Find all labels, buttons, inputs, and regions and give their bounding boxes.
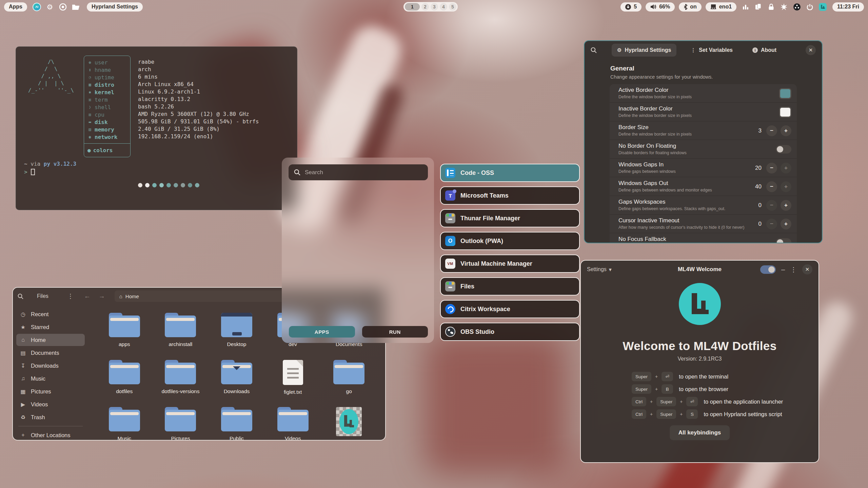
file-item-apps[interactable]: apps (96, 310, 153, 357)
file-item-go[interactable]: go (321, 357, 377, 404)
decrease-button[interactable]: − (766, 181, 777, 192)
network-name: eno1 (719, 4, 732, 10)
sidebar-item-videos[interactable]: ▶Videos (16, 398, 85, 410)
sidebar-item-home[interactable]: ⌂Home (16, 334, 85, 346)
increase-button[interactable]: + (781, 125, 791, 136)
workspace-3[interactable]: 3 (431, 3, 438, 11)
volume-indicator[interactable]: 66% (646, 2, 675, 12)
bluetooth-indicator[interactable]: on (679, 2, 702, 12)
power-icon[interactable] (806, 3, 814, 11)
launcher-tab-run[interactable]: RUN (362, 326, 428, 338)
burst-icon[interactable] (780, 3, 788, 11)
clock[interactable]: 11:23 Fri (832, 2, 864, 12)
workspace-4[interactable]: 4 (440, 3, 447, 11)
workspace-5[interactable]: 5 (449, 3, 456, 11)
tab-set-variables[interactable]: ⋮Set Variables (685, 44, 738, 57)
app-item-citrix-workspace[interactable]: Citrix Workspace (440, 300, 580, 318)
sidebar-item-other-locations[interactable]: +Other Locations (16, 429, 85, 441)
decrease-button[interactable]: − (766, 125, 777, 136)
file-item-figlet-txt[interactable]: figlet.txt (265, 357, 321, 404)
file-item-downloads[interactable]: Downloads (209, 357, 265, 404)
kebab-menu-icon[interactable]: ⋮ (790, 266, 797, 273)
uptime-icon: ◔ (87, 75, 92, 80)
ml4w-welcome-window[interactable]: Settings▾ ML4W Welcome – ⋮ ✕ Welcome to … (580, 260, 819, 463)
app-item-microsoft-teams[interactable]: TMicrosoft Teams (440, 186, 580, 205)
app-item-outlook-pwa-[interactable]: OOutlook (PWA) (440, 232, 580, 250)
apps-menu-button[interactable]: Apps (4, 2, 27, 12)
sidebar-item-trash[interactable]: ♻Trash (16, 411, 85, 423)
stats-icon[interactable] (741, 3, 749, 11)
hyprland-settings-window[interactable]: ⚙Hyprland Settings⋮Set VariablesiAbout ✕… (584, 40, 823, 243)
workspace-2[interactable]: 2 (421, 3, 429, 11)
pictures-icon: ▦ (20, 388, 26, 395)
app-item-code-oss[interactable]: Code - OSS (440, 164, 580, 182)
file-item-pictures[interactable]: Pictures (153, 404, 209, 441)
fetch-label-text: cpu (95, 111, 104, 118)
fetch-label-text: disk (95, 119, 108, 125)
file-item-videos[interactable]: Videos (265, 404, 321, 441)
minimize-icon[interactable]: – (781, 266, 785, 273)
launcher-search-input[interactable]: Search (289, 164, 428, 180)
browser-icon[interactable] (59, 3, 67, 11)
file-item-ml4w[interactable]: ml4w (321, 404, 377, 441)
decrease-button[interactable]: − (766, 219, 777, 229)
gear-icon[interactable]: ⚙ (46, 3, 54, 11)
file-item-dotfiles-versions[interactable]: dotfiles-versions (153, 357, 209, 404)
tab-about[interactable]: iAbout (747, 44, 782, 57)
fetch-label-network: ◉network (84, 133, 130, 141)
sidebar-item-recent[interactable]: ◷Recent (16, 308, 85, 320)
sidebar-item-downloads[interactable]: ↧Downloads (16, 360, 85, 372)
file-item-public[interactable]: Public (209, 404, 265, 441)
app-item-files[interactable]: Files (440, 277, 580, 296)
increase-button[interactable]: + (781, 163, 791, 174)
file-item-dotfiles[interactable]: dotfiles (96, 357, 153, 404)
increase-button[interactable]: + (781, 219, 791, 229)
app-item-virtual-machine-manager[interactable]: VMVirtual Machine Manager (440, 255, 580, 273)
app-item-thunar-file-manager[interactable]: Thunar File Manager (440, 209, 580, 227)
all-keybindings-button[interactable]: All keybindings (670, 425, 730, 440)
file-item-music[interactable]: Music (96, 404, 153, 441)
ai-assistant-icon[interactable]: AI (33, 3, 41, 11)
forward-button[interactable]: → (99, 292, 105, 300)
terminal-window[interactable]: /\ / \ / ,, \ / | | \ /_-'' ''-_\ ●user▮… (16, 46, 297, 210)
sidebar-item-starred[interactable]: ★Starred (16, 321, 85, 333)
color-swatch-button[interactable] (779, 88, 791, 99)
file-item-desktop[interactable]: Desktop (209, 310, 265, 357)
close-icon[interactable]: ✕ (802, 264, 812, 274)
sidebar-item-label: Pictures (31, 388, 51, 395)
sidebar-item-music[interactable]: ♫Music (16, 372, 85, 385)
obs-icon[interactable] (793, 3, 801, 11)
sidebar-item-pictures[interactable]: ▦Pictures (16, 385, 85, 398)
network-indicator[interactable]: eno1 (706, 2, 736, 12)
lock-icon[interactable] (767, 3, 775, 11)
close-icon[interactable]: ✕ (806, 45, 816, 55)
toggle-switch[interactable] (776, 238, 791, 243)
file-manager-icon[interactable] (72, 3, 80, 11)
search-icon[interactable] (18, 293, 23, 299)
active-window-title[interactable]: Hyprland Settings (87, 2, 143, 12)
ml4w-icon[interactable] (818, 3, 827, 11)
updates-indicator[interactable]: 5 (620, 2, 642, 12)
tab-hyprland-settings[interactable]: ⚙Hyprland Settings (612, 44, 676, 57)
decrease-button[interactable]: − (766, 200, 777, 211)
toggle-switch[interactable] (776, 145, 791, 154)
home-icon: ⌂ (119, 293, 122, 299)
autostart-toggle[interactable] (760, 265, 776, 274)
workspace-1[interactable]: 1 (405, 3, 420, 11)
decrease-button[interactable]: − (766, 163, 777, 174)
back-button[interactable]: ← (84, 292, 91, 300)
fetch-value-uptime: 6 mins (138, 73, 259, 81)
welcome-settings-menu[interactable]: Settings▾ (587, 266, 612, 273)
search-icon[interactable] (591, 47, 597, 53)
keybind-description: to open the application launcher (704, 399, 783, 405)
sidebar-item-label: Videos (31, 401, 48, 408)
increase-button[interactable]: + (781, 200, 791, 211)
clipboard-icon[interactable] (754, 3, 762, 11)
increase-button[interactable]: + (781, 181, 791, 192)
color-swatch-button[interactable] (779, 107, 791, 118)
kebab-menu-icon[interactable]: ⋮ (67, 292, 74, 300)
launcher-tab-apps[interactable]: APPS (289, 326, 355, 338)
file-item-archinstall[interactable]: archinstall (153, 310, 209, 357)
sidebar-item-documents[interactable]: ▤Documents (16, 347, 85, 359)
app-item-obs-studio[interactable]: OBS Studio (440, 323, 580, 341)
